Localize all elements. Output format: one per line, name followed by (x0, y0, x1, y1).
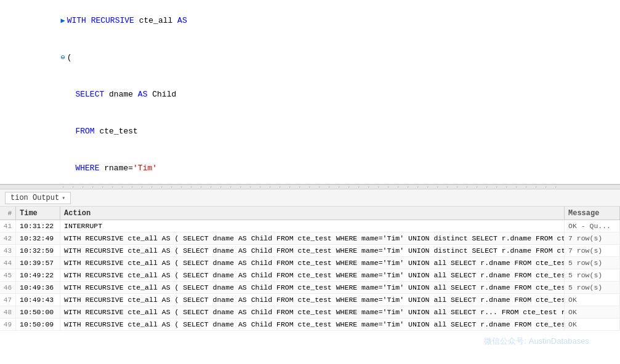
cell-message: OK (565, 306, 620, 318)
code-area: ▶WITH RECURSIVE cte_all AS ⊖( SELECT dna… (0, 0, 620, 184)
cell-message: 7 row(s) (565, 232, 620, 244)
line-content: WHERE rname='Tim' (22, 150, 615, 184)
col-header-num: # (0, 207, 16, 220)
cell-message: 5 row(s) (565, 269, 620, 281)
keyword: AS (177, 16, 187, 25)
col-header-action: Action (60, 207, 565, 220)
code-editor[interactable]: ▶WITH RECURSIVE cte_all AS ⊖( SELECT dna… (0, 0, 620, 184)
table-row[interactable]: 4110:31:22INTERRUPTOK - Qu... (0, 220, 620, 232)
cell-action: WITH RECURSIVE cte_all AS ( SELECT dname… (60, 282, 565, 293)
table-row[interactable]: 4910:50:09WITH RECURSIVE cte_all AS ( SE… (0, 318, 620, 331)
code-line: ▶WITH RECURSIVE cte_all AS (0, 2, 620, 39)
code-line: SELECT dname AS Child (0, 76, 620, 113)
table-row[interactable]: 4710:49:43WITH RECURSIVE cte_all AS ( SE… (0, 294, 620, 306)
keyword: WITH RECURSIVE (67, 16, 139, 25)
cell-message: 5 row(s) (565, 257, 620, 269)
keyword: WHERE (75, 164, 104, 173)
cell-action: WITH RECURSIVE cte_all AS ( SELECT dname… (60, 257, 565, 269)
line-content: SELECT dname AS Child (22, 76, 615, 113)
identifier: dname (109, 90, 138, 99)
cell-num: 49 (0, 318, 16, 330)
cell-action: WITH RECURSIVE cte_all AS ( SELECT dname… (60, 318, 565, 330)
output-tab-label: tion Output (10, 194, 59, 202)
collapse-arrow-icon[interactable]: ▶ (60, 17, 65, 25)
cell-num: 46 (0, 282, 16, 293)
cell-action: WITH RECURSIVE cte_all AS ( SELECT dname… (60, 294, 565, 306)
table-row[interactable]: 4610:49:36WITH RECURSIVE cte_all AS ( SE… (0, 282, 620, 294)
table-row[interactable]: 4810:50:00WITH RECURSIVE cte_all AS ( SE… (0, 306, 620, 318)
cell-message: OK - Qu... (565, 220, 620, 232)
table-header-row: # Time Action Message (0, 207, 620, 220)
col-header-time: Time (16, 207, 60, 220)
identifier: Child (152, 90, 176, 99)
cell-time: 10:39:57 (16, 257, 60, 269)
cell-action: WITH RECURSIVE cte_all AS ( SELECT dname… (60, 306, 565, 318)
cell-num: 45 (0, 269, 16, 281)
col-header-message: Message (565, 207, 620, 220)
line-content: FROM cte_test (22, 113, 615, 150)
code-line: ⊖( (0, 39, 620, 76)
cell-time: 10:32:49 (16, 232, 60, 244)
collapse-open-icon[interactable]: ⊖ (60, 53, 65, 62)
cell-num: 47 (0, 294, 16, 306)
cell-action: INTERRUPT (60, 220, 565, 232)
table-row[interactable]: 4510:49:22WITH RECURSIVE cte_all AS ( SE… (0, 269, 620, 282)
keyword: SELECT (75, 90, 109, 99)
output-header: tion Output ▾ (0, 189, 620, 207)
table-body: 4110:31:22INTERRUPTOK - Qu...4210:32:49W… (0, 220, 620, 364)
cell-time: 10:31:22 (16, 220, 60, 232)
output-table: # Time Action Message 4110:31:22INTERRUP… (0, 207, 620, 364)
keyword: AS (138, 90, 152, 99)
cell-num: 44 (0, 257, 16, 269)
cell-time: 10:32:59 (16, 245, 60, 256)
identifier: cte_all (139, 16, 177, 25)
cell-num: 43 (0, 245, 16, 256)
table-row[interactable]: 4210:32:49WITH RECURSIVE cte_all AS ( SE… (0, 232, 620, 245)
panel-splitter[interactable]: · · · · · · · · · · · · · · · · · · · · … (0, 184, 620, 189)
code-line: FROM cte_test (0, 113, 620, 150)
table-row[interactable]: 4410:39:57WITH RECURSIVE cte_all AS ( SE… (0, 257, 620, 269)
code-line: WHERE rname='Tim' (0, 150, 620, 184)
chevron-down-icon: ▾ (62, 194, 65, 202)
identifier: cte_test (99, 127, 137, 136)
cell-action: WITH RECURSIVE cte_all AS ( SELECT dname… (60, 245, 565, 256)
cell-num: 48 (0, 306, 16, 318)
output-tab[interactable]: tion Output ▾ (5, 192, 71, 204)
cell-action: WITH RECURSIVE cte_all AS ( SELECT dname… (60, 232, 565, 244)
cell-time: 10:49:22 (16, 269, 60, 281)
cell-time: 10:49:36 (16, 282, 60, 293)
line-content: ⊖( (22, 39, 615, 76)
identifier: rname= (104, 164, 133, 173)
line-content: ▶WITH RECURSIVE cte_all AS (22, 2, 615, 39)
output-panel: tion Output ▾ # Time Action Message 4110… (0, 189, 620, 364)
cell-time: 10:50:09 (16, 318, 60, 330)
keyword: FROM (75, 127, 99, 136)
cell-message: OK (565, 318, 620, 330)
cell-action: WITH RECURSIVE cte_all AS ( SELECT dname… (60, 269, 565, 281)
cell-num: 41 (0, 220, 16, 232)
cell-num: 42 (0, 232, 16, 244)
cell-message: 5 row(s) (565, 282, 620, 293)
cell-time: 10:50:00 (16, 306, 60, 318)
string-literal: 'Tim' (133, 164, 157, 173)
paren: ( (67, 53, 72, 62)
cell-message: 7 row(s) (565, 245, 620, 256)
cell-message: OK (565, 294, 620, 306)
cell-time: 10:49:43 (16, 294, 60, 306)
table-row[interactable]: 4310:32:59WITH RECURSIVE cte_all AS ( SE… (0, 245, 620, 257)
